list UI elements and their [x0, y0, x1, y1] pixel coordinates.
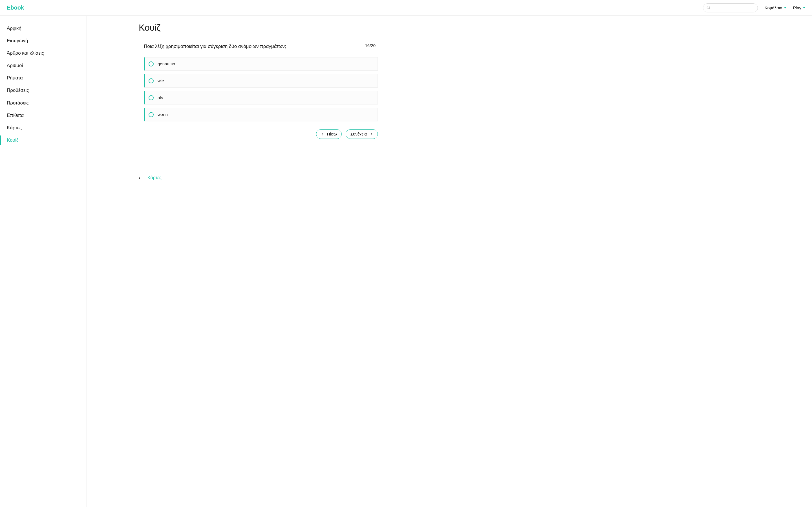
sidebar: Αρχική Εισαγωγή Άρθρο και κλίσεις Αριθμο…: [0, 16, 87, 507]
header-right: Κεφάλαια Play: [703, 3, 805, 12]
sidebar-item-numbers[interactable]: Αριθμοί: [0, 60, 87, 71]
quiz-option[interactable]: als: [144, 91, 378, 105]
sidebar-item-intro[interactable]: Εισαγωγή: [0, 35, 87, 47]
search-input[interactable]: [703, 3, 758, 12]
quiz-option[interactable]: genau so: [144, 57, 378, 71]
brand-title[interactable]: Ebook: [7, 4, 24, 11]
option-label: genau so: [158, 61, 175, 66]
nav-chapters-label: Κεφάλαια: [765, 5, 782, 10]
radio-icon: [149, 78, 154, 83]
layout: Αρχική Εισαγωγή Άρθρο και κλίσεις Αριθμο…: [0, 16, 812, 507]
quiz-question: Ποια λέξη χρησιμοποιείται για σύγκριση δ…: [144, 43, 358, 50]
option-label: als: [158, 95, 163, 100]
sidebar-item-articles[interactable]: Άρθρο και κλίσεις: [0, 47, 87, 59]
main-content: Κουίζ Ποια λέξη χρησιμοποιείται για σύγκ…: [87, 16, 391, 507]
nav-chapters[interactable]: Κεφάλαια: [765, 5, 786, 10]
sidebar-item-home[interactable]: Αρχική: [0, 22, 87, 34]
prev-chapter-label: Κάρτες: [147, 175, 161, 180]
caret-down-icon: [803, 7, 805, 8]
arrow-left-long-icon: ⟵: [139, 175, 145, 180]
sidebar-item-quiz[interactable]: Κουίζ: [0, 134, 87, 146]
quiz-option[interactable]: wenn: [144, 108, 378, 121]
quiz-progress: 16/20: [365, 43, 378, 48]
sidebar-item-cards[interactable]: Κάρτες: [0, 122, 87, 134]
option-label: wenn: [158, 112, 168, 117]
sidebar-item-verbs[interactable]: Ρήματα: [0, 72, 87, 84]
header: Ebook Κεφάλαια Play: [0, 0, 812, 16]
quiz-head: Ποια λέξη χρησιμοποιείται για σύγκριση δ…: [144, 43, 378, 50]
arrow-left-icon: [321, 132, 325, 136]
radio-icon: [149, 95, 154, 100]
back-button-label: Πίσω: [327, 131, 337, 136]
back-button[interactable]: Πίσω: [316, 129, 342, 139]
caret-down-icon: [784, 7, 786, 8]
quiz-option[interactable]: wie: [144, 74, 378, 88]
quiz-card: Ποια λέξη χρησιμοποιείται για σύγκριση δ…: [139, 43, 378, 139]
radio-icon: [149, 112, 154, 117]
nav-play[interactable]: Play: [793, 5, 805, 10]
page-title: Κουίζ: [139, 22, 378, 33]
nav-play-label: Play: [793, 5, 801, 10]
sidebar-item-prepositions[interactable]: Προθέσεις: [0, 84, 87, 96]
search-wrap: [703, 3, 758, 12]
option-label: wie: [158, 78, 164, 83]
quiz-options: genau so wie als wenn: [144, 57, 378, 121]
prev-chapter-link[interactable]: ⟵ Κάρτες: [139, 175, 161, 180]
next-button-label: Συνέχεια: [350, 131, 367, 136]
quiz-nav: Πίσω Συνέχεια: [144, 129, 378, 139]
next-button[interactable]: Συνέχεια: [346, 129, 378, 139]
arrow-right-icon: [369, 132, 373, 136]
radio-icon: [149, 61, 154, 66]
sidebar-item-adjectives[interactable]: Επίθετα: [0, 110, 87, 121]
sidebar-item-sentences[interactable]: Προτάσεις: [0, 97, 87, 109]
